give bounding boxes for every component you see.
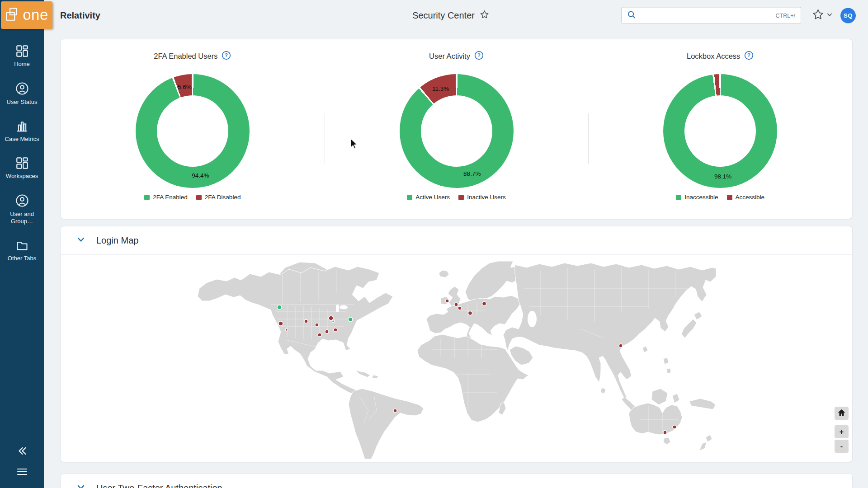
sidebar-item-label: Other Tabs xyxy=(8,255,36,263)
login-location-dot-red[interactable] xyxy=(445,299,449,303)
login-location-dot-red[interactable] xyxy=(334,328,337,332)
relativity-one-logo[interactable]: one xyxy=(1,1,52,29)
sidebar-collapse-button[interactable] xyxy=(12,441,33,463)
chart-title: User Activity xyxy=(429,52,470,61)
login-location-dot-red[interactable] xyxy=(619,344,623,347)
search-input[interactable] xyxy=(640,12,772,19)
section-title: Login Map xyxy=(96,235,138,246)
legend-label: Inactive Users xyxy=(467,194,506,201)
legend-label: 2FA Disabled xyxy=(205,194,241,201)
legend-swatch xyxy=(144,195,150,200)
map-home-button[interactable] xyxy=(835,407,849,420)
login-location-dot-red[interactable] xyxy=(318,333,321,337)
login-location-dot-red[interactable] xyxy=(285,329,288,331)
sidebar-item-label: Case Metrics xyxy=(5,136,39,143)
chart-legend: 2FA Enabled2FA Disabled xyxy=(144,194,241,201)
login-location-dot-red[interactable] xyxy=(468,311,472,315)
section-title: User Two-Factor Authentication xyxy=(96,483,222,488)
login-location-dot-red[interactable] xyxy=(304,319,308,323)
percent-label-primary: 98.1% xyxy=(714,173,731,179)
login-location-dot-red[interactable] xyxy=(325,330,329,333)
donut-plot[interactable]: 94.4%5.6% xyxy=(136,74,250,188)
favorite-star-icon[interactable] xyxy=(480,9,490,21)
section-chevron-down-icon[interactable] xyxy=(75,234,86,247)
map-zoom-out-button[interactable]: - xyxy=(835,440,849,453)
legend-item: Inactive Users xyxy=(458,194,506,201)
section-chevron-down-icon[interactable] xyxy=(75,482,86,488)
global-search[interactable]: CTRL+/ xyxy=(621,7,801,24)
legend-swatch xyxy=(458,195,464,200)
login-map-card: Login Map xyxy=(60,226,853,462)
sidebar-item-user-and-group[interactable]: User and Group… xyxy=(0,187,44,233)
legend-swatch xyxy=(407,195,412,200)
sidebar-nav: HomeUser StatusCase MetricsWorkspacesUse… xyxy=(0,38,44,269)
chart-title-row: Lockbox Access? xyxy=(687,51,754,62)
login-location-dot-red[interactable] xyxy=(329,316,333,320)
login-location-dot-red[interactable] xyxy=(673,425,676,429)
login-location-dot-red[interactable] xyxy=(482,302,486,306)
help-icon[interactable]: ? xyxy=(222,51,231,62)
logo-text: one xyxy=(23,7,48,23)
legend-item: 2FA Enabled xyxy=(144,194,188,201)
sidebar-item-workspaces[interactable]: Workspaces xyxy=(0,150,44,187)
user-icon xyxy=(15,82,29,95)
search-shortcut-hint: CTRL+/ xyxy=(776,12,795,19)
two-factor-card: User Two-Factor Authentication xyxy=(60,474,853,488)
donut-plot[interactable]: 88.7%11.3% xyxy=(400,74,514,188)
donut-chart-lockbox-access: Lockbox Access?98.1%InaccessibleAccessib… xyxy=(588,39,852,219)
sidebar-item-user-status[interactable]: User Status xyxy=(0,75,44,113)
donut-chart-user-activity: User Activity?88.7%11.3%Active UsersInac… xyxy=(325,39,589,219)
sidebar: one HomeUser StatusCase MetricsWorkspace… xyxy=(0,0,44,488)
legend-label: Active Users xyxy=(415,194,450,201)
user-icon xyxy=(15,194,29,207)
login-location-dot-red[interactable] xyxy=(315,323,319,327)
star-outline-icon xyxy=(812,9,824,23)
help-icon[interactable]: ? xyxy=(474,51,484,62)
legend-swatch xyxy=(196,195,202,200)
percent-label-secondary: 11.3% xyxy=(432,85,449,92)
map-zoom-in-button[interactable]: + xyxy=(835,425,849,438)
home-icon xyxy=(838,409,845,418)
sidebar-item-case-metrics[interactable]: Case Metrics xyxy=(0,113,44,150)
sidebar-item-label: Workspaces xyxy=(6,173,38,180)
legend-swatch xyxy=(727,195,732,200)
chart-legend: InaccessibleAccessible xyxy=(676,194,764,201)
sidebar-item-other-tabs[interactable]: Other Tabs xyxy=(0,232,44,269)
login-location-dot-green[interactable] xyxy=(277,305,282,310)
login-location-dot-green[interactable] xyxy=(332,320,334,323)
login-location-dot-green[interactable] xyxy=(348,317,353,322)
help-icon[interactable]: ? xyxy=(744,51,754,62)
overlapping-squares-logo-icon xyxy=(5,7,20,24)
world-map[interactable] xyxy=(197,261,717,460)
main-content: 2FA Enabled Users?94.4%5.6%2FA Enabled2F… xyxy=(44,31,868,488)
login-location-dot-red[interactable] xyxy=(393,409,397,413)
chart-title: 2FA Enabled Users xyxy=(154,52,217,61)
workspaces-icon xyxy=(16,157,28,169)
favorites-menu-button[interactable] xyxy=(812,9,833,23)
legend-swatch xyxy=(676,195,681,200)
login-location-dot-red[interactable] xyxy=(663,431,667,434)
sidebar-item-label: User and Group… xyxy=(1,211,42,226)
legend-label: Accessible xyxy=(736,194,765,201)
hamburger-menu-icon xyxy=(17,470,28,478)
user-avatar[interactable]: SQ xyxy=(840,8,856,23)
sidebar-item-home[interactable]: Home xyxy=(0,38,44,75)
login-location-dot-red[interactable] xyxy=(458,306,462,310)
sidebar-menu-button[interactable] xyxy=(12,463,32,483)
percent-label-primary: 94.4% xyxy=(192,172,209,179)
donut-plot[interactable]: 98.1% xyxy=(663,74,777,188)
legend-item: 2FA Disabled xyxy=(196,194,241,201)
login-location-dot-red[interactable] xyxy=(454,303,458,306)
login-location-dot-red[interactable] xyxy=(278,321,283,326)
app-title: Relativity xyxy=(60,10,100,21)
login-map-region: + - xyxy=(61,254,852,462)
legend-item: Active Users xyxy=(407,194,450,201)
legend-item: Inaccessible xyxy=(676,194,718,201)
dashboard-icon xyxy=(16,45,28,57)
login-map-header[interactable]: Login Map xyxy=(61,226,852,254)
bar-chart-icon xyxy=(16,120,28,132)
percent-label-primary: 88.7% xyxy=(463,170,481,177)
two-factor-header[interactable]: User Two-Factor Authentication xyxy=(61,474,852,488)
svg-text:?: ? xyxy=(225,52,228,58)
chart-title-row: 2FA Enabled Users? xyxy=(154,51,231,62)
